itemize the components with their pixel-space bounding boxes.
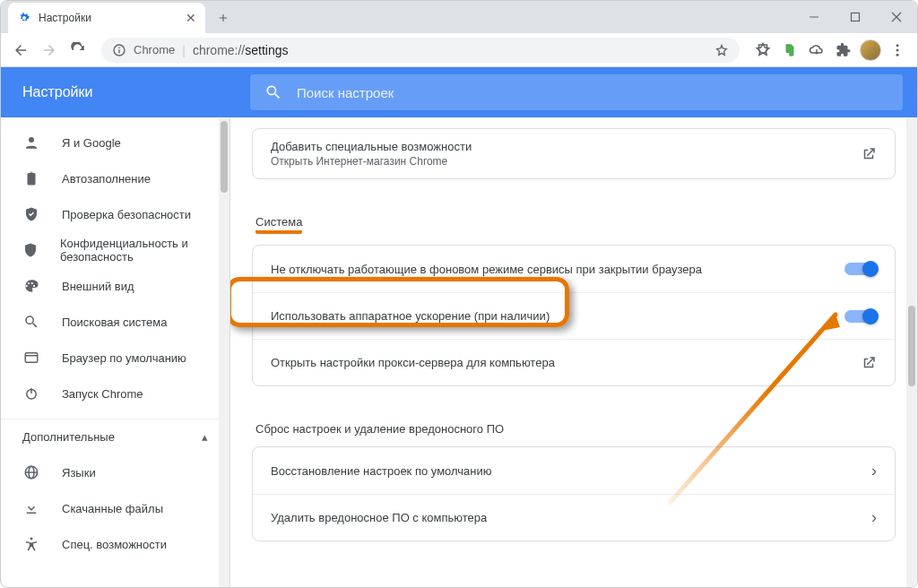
sidebar-item-privacy[interactable]: Конфиденциальность и безопасность — [1, 232, 230, 268]
page-title: Настройки — [22, 84, 250, 100]
minimize-button[interactable] — [793, 1, 835, 33]
sidebar-advanced-toggle[interactable]: Дополнительные ▴ — [1, 419, 230, 454]
svg-point-9 — [896, 53, 899, 56]
window-controls — [793, 1, 917, 33]
row-label: Использовать аппаратное ускорение (при н… — [271, 309, 550, 323]
menu-kebab-icon[interactable] — [885, 38, 910, 63]
browser-tab-active[interactable]: Настройки ✕ — [8, 3, 205, 33]
reload-button[interactable] — [65, 38, 91, 63]
cloud-download-icon[interactable] — [804, 38, 829, 63]
site-info-icon[interactable] — [112, 43, 126, 57]
background-services-row[interactable]: Не отключать работающие в фоновом режиме… — [253, 246, 895, 292]
svg-point-5 — [118, 47, 120, 48]
system-card: Не отключать работающие в фоновом режиме… — [252, 245, 896, 386]
shield-check-icon — [22, 206, 40, 222]
row-label: Удалить вредоносное ПО с компьютера — [271, 511, 487, 524]
row-subtitle: Открыть Интернет-магазин Chrome — [271, 155, 447, 168]
browser-icon — [22, 350, 40, 366]
accessibility-icon — [22, 536, 40, 552]
chevron-right-icon: › — [871, 462, 877, 480]
search-icon — [264, 83, 282, 101]
url-prefix: chrome:// — [193, 43, 245, 57]
reset-card: Восстановление настроек по умолчанию › У… — [252, 446, 896, 541]
proxy-settings-row[interactable]: Открыть настройки прокси-сервера для ком… — [253, 339, 895, 385]
main-scrollbar[interactable] — [906, 117, 917, 588]
settings-main: Добавить специальные возможности Открыть… — [230, 117, 917, 588]
svg-point-7 — [896, 44, 899, 47]
shield-icon — [22, 242, 39, 258]
pocket-icon[interactable] — [750, 38, 775, 63]
forward-button[interactable] — [37, 38, 62, 63]
chevron-up-icon: ▴ — [202, 430, 208, 444]
launch-icon — [861, 355, 877, 371]
settings-sidebar: Я и Google Автозаполнение Проверка безоп… — [1, 117, 230, 588]
sidebar-item-accessibility[interactable]: Спец. возможности — [1, 526, 230, 562]
reset-section-title: Сброс настроек и удаление вредоносного П… — [252, 408, 896, 446]
sidebar-scrollbar[interactable] — [219, 117, 230, 588]
accessibility-card: Добавить специальные возможности Открыть… — [252, 128, 896, 179]
sidebar-item-languages[interactable]: Языки — [1, 454, 230, 490]
address-bar[interactable]: Chrome | chrome://settings — [101, 38, 740, 63]
svg-rect-11 — [25, 353, 38, 363]
download-icon — [22, 500, 40, 516]
globe-icon — [22, 464, 40, 480]
sidebar-item-safety-check[interactable]: Проверка безопасности — [1, 196, 230, 232]
url-scheme-label: Chrome — [134, 43, 175, 56]
sidebar-item-you-and-google[interactable]: Я и Google — [1, 125, 230, 160]
chevron-right-icon: › — [871, 508, 877, 527]
svg-point-18 — [30, 538, 33, 540]
close-window-button[interactable] — [876, 1, 917, 33]
profile-avatar[interactable] — [858, 38, 883, 63]
sidebar-item-appearance[interactable]: Внешний вид — [1, 268, 230, 304]
row-title: Добавить специальные возможности — [271, 140, 472, 153]
close-icon[interactable]: ✕ — [186, 11, 196, 25]
new-tab-button[interactable] — [211, 5, 236, 30]
power-icon — [22, 385, 40, 402]
settings-search-input[interactable] — [297, 85, 888, 100]
extensions-icon[interactable] — [831, 38, 856, 63]
bookmark-star-icon[interactable] — [714, 43, 729, 57]
sidebar-item-default-browser[interactable]: Браузер по умолчанию — [1, 340, 230, 376]
toggle-switch[interactable] — [844, 263, 877, 275]
sidebar-item-search-engine[interactable]: Поисковая система — [1, 304, 230, 340]
svg-rect-6 — [118, 49, 119, 53]
launch-icon — [861, 146, 877, 162]
settings-header: Настройки — [1, 67, 917, 117]
sidebar-item-downloads[interactable]: Скачанные файлы — [1, 490, 230, 526]
row-label: Открыть настройки прокси-сервера для ком… — [271, 356, 555, 369]
tab-title: Настройки — [39, 12, 178, 24]
window-titlebar: Настройки ✕ — [1, 1, 917, 33]
toggle-switch[interactable] — [844, 310, 877, 323]
cleanup-computer-row[interactable]: Удалить вредоносное ПО с компьютера › — [253, 494, 895, 540]
row-label: Восстановление настроек по умолчанию — [271, 464, 492, 478]
row-label: Не отключать работающие в фоновом режиме… — [271, 263, 702, 276]
restore-defaults-row[interactable]: Восстановление настроек по умолчанию › — [253, 447, 895, 494]
svg-point-10 — [29, 137, 34, 143]
settings-search[interactable] — [250, 74, 903, 110]
palette-icon — [22, 278, 40, 294]
url-path: settings — [245, 43, 288, 57]
system-section-title: Система — [252, 201, 896, 245]
maximize-button[interactable] — [835, 1, 876, 33]
hardware-acceleration-row[interactable]: Использовать аппаратное ускорение (при н… — [253, 292, 895, 339]
sidebar-item-on-startup[interactable]: Запуск Chrome — [1, 376, 230, 411]
evernote-icon[interactable] — [777, 38, 802, 63]
gear-icon — [17, 11, 31, 25]
search-icon — [22, 314, 40, 330]
person-icon — [22, 134, 40, 151]
svg-rect-1 — [852, 13, 860, 22]
sidebar-item-autofill[interactable]: Автозаполнение — [1, 160, 230, 196]
back-button[interactable] — [8, 38, 33, 63]
add-accessibility-row[interactable]: Добавить специальные возможности Открыть… — [253, 129, 895, 178]
clipboard-icon — [22, 170, 40, 186]
svg-point-8 — [896, 48, 899, 51]
browser-toolbar: Chrome | chrome://settings — [1, 33, 917, 67]
